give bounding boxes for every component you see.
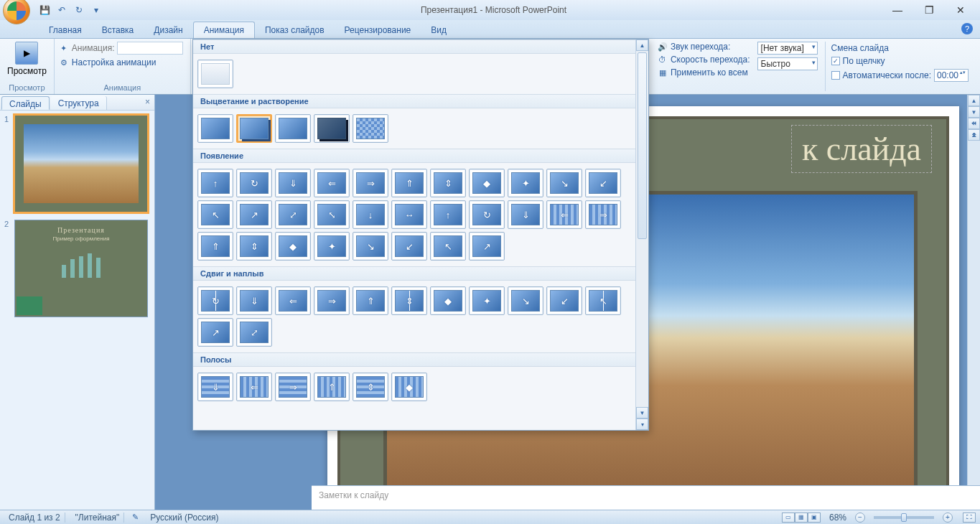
transition-item[interactable]: ⇕: [236, 232, 272, 261]
minimize-button[interactable]: —: [884, 3, 911, 17]
transition-item[interactable]: ◆: [275, 232, 311, 261]
auto-after-checkbox[interactable]: [831, 71, 840, 80]
transition-item[interactable]: ⇒: [585, 200, 621, 229]
next-slide-icon[interactable]: ⯭: [968, 129, 980, 141]
zoom-in-icon[interactable]: +: [943, 513, 953, 523]
zoom-value[interactable]: 68%: [829, 513, 846, 523]
auto-after-time[interactable]: 00:00: [934, 69, 969, 82]
scroll-up-icon[interactable]: ▲: [968, 95, 980, 106]
transition-item[interactable]: ↖: [197, 200, 233, 229]
transition-item[interactable]: ⇒: [314, 286, 350, 315]
transition-item[interactable]: ↻: [236, 169, 272, 197]
transition-item[interactable]: ↙: [585, 169, 621, 197]
transition-item[interactable]: ⤡: [314, 200, 350, 229]
slide-title-placeholder[interactable]: к слайда: [791, 125, 932, 173]
transition-item[interactable]: ✦: [314, 232, 350, 261]
tab-design[interactable]: Дизайн: [144, 22, 192, 38]
transition-item[interactable]: ⇕: [353, 373, 388, 401]
spellcheck-icon[interactable]: ✎: [130, 513, 140, 523]
prev-slide-icon[interactable]: ⯬: [968, 118, 980, 129]
transition-item[interactable]: ↘: [546, 169, 582, 197]
transition-item[interactable]: ⇓: [236, 286, 272, 315]
transition-item[interactable]: ↑: [430, 200, 466, 229]
gallery-scroll-up-icon[interactable]: ▲: [636, 39, 648, 51]
sound-dropdown[interactable]: [Нет звука]: [757, 42, 818, 55]
save-icon[interactable]: 💾: [37, 3, 52, 17]
transition-item[interactable]: ⇑: [197, 232, 233, 261]
transition-item[interactable]: ⇑: [353, 286, 388, 315]
transition-item[interactable]: [197, 114, 233, 143]
undo-icon[interactable]: ↶: [55, 3, 69, 17]
transition-item[interactable]: ↗: [236, 200, 272, 229]
view-sorter-icon[interactable]: ▦: [795, 513, 808, 523]
transition-item[interactable]: ↻: [197, 286, 233, 315]
transition-item[interactable]: [353, 114, 388, 143]
custom-animation-button[interactable]: ⚙ Настройка анимации: [59, 56, 186, 69]
transition-item[interactable]: ⇓: [275, 169, 311, 197]
thumbnail-item[interactable]: 1: [4, 115, 150, 212]
transition-item[interactable]: ↘: [508, 286, 543, 315]
transition-item[interactable]: ⇕: [430, 169, 466, 197]
fit-window-icon[interactable]: ⛶: [963, 513, 976, 523]
transition-item[interactable]: ↔: [391, 200, 427, 229]
thumbnail-2[interactable]: Презентация Пример оформления: [14, 220, 148, 317]
zoom-out-icon[interactable]: −: [855, 513, 865, 523]
redo-icon[interactable]: ↻: [72, 3, 86, 17]
preview-button[interactable]: ▶ Просмотр: [4, 40, 50, 78]
transition-item[interactable]: [314, 114, 350, 143]
transition-item[interactable]: ⇐: [275, 286, 311, 315]
transition-item[interactable]: ✦: [469, 286, 505, 315]
transition-item[interactable]: ✦: [508, 169, 543, 197]
transition-item[interactable]: ⇐: [236, 373, 272, 401]
tab-insert[interactable]: Вставка: [92, 22, 144, 38]
transition-item[interactable]: ⇒: [275, 373, 311, 401]
transition-item[interactable]: ⤢: [275, 200, 311, 229]
gallery-scroll-down-icon[interactable]: ▼: [636, 407, 648, 418]
tab-home[interactable]: Главная: [39, 22, 92, 38]
thumbnail-item[interactable]: 2 Презентация Пример оформления: [4, 220, 150, 317]
status-lang[interactable]: Русский (Россия): [146, 513, 223, 523]
gallery-scrollbar[interactable]: ▲ ▼ ▾: [635, 39, 648, 430]
zoom-slider[interactable]: [874, 516, 934, 519]
animation-select[interactable]: [117, 42, 183, 55]
scroll-down-icon[interactable]: ▼: [968, 106, 980, 118]
auto-after-row[interactable]: Автоматически после: 00:00: [831, 69, 969, 82]
tab-outline[interactable]: Структура: [51, 96, 107, 110]
speed-dropdown[interactable]: Быстро: [757, 57, 818, 70]
gallery-scroll-thumb[interactable]: [638, 52, 647, 239]
transition-item[interactable]: ⇑: [314, 373, 350, 401]
transition-item[interactable]: ◆: [430, 286, 466, 315]
transition-item[interactable]: ⇐: [314, 169, 350, 197]
tab-slides-thumbnails[interactable]: Слайды: [1, 96, 50, 110]
gallery-scroll-track[interactable]: [636, 51, 648, 407]
maximize-button[interactable]: ❐: [915, 3, 943, 17]
panel-close-icon[interactable]: ×: [141, 95, 154, 110]
notes-pane[interactable]: Заметки к слайду: [312, 485, 980, 510]
close-button[interactable]: ✕: [947, 3, 974, 17]
transition-item[interactable]: ◆: [469, 169, 505, 197]
editor-vscrollbar[interactable]: ▲ ▼ ⯬ ⯭: [967, 95, 980, 485]
transition-item[interactable]: ↑: [197, 169, 233, 197]
transition-item[interactable]: ⇐: [546, 200, 582, 229]
view-slideshow-icon[interactable]: ▣: [808, 513, 821, 523]
transition-item[interactable]: ↗: [197, 318, 233, 347]
transition-item[interactable]: [236, 114, 272, 143]
transition-item[interactable]: [197, 60, 233, 88]
transition-item[interactable]: ↘: [353, 232, 388, 261]
transition-item[interactable]: ⤢: [236, 318, 272, 347]
transition-item[interactable]: [275, 114, 311, 143]
transition-item[interactable]: ↗: [469, 232, 505, 261]
on-click-row[interactable]: ✓ По щелчку: [831, 56, 969, 66]
apply-all-button[interactable]: ▦ Применить ко всем: [658, 67, 750, 78]
transition-item[interactable]: ↓: [353, 200, 388, 229]
transition-item[interactable]: ⇒: [353, 169, 388, 197]
gallery-expand-icon[interactable]: ▾: [636, 418, 648, 430]
transition-item[interactable]: ↻: [469, 200, 505, 229]
tab-animation[interactable]: Анимация: [193, 22, 255, 38]
thumbnail-1[interactable]: [14, 115, 148, 212]
transition-item[interactable]: ⇑: [391, 169, 427, 197]
view-normal-icon[interactable]: ▭: [782, 513, 795, 523]
transition-item[interactable]: ↙: [546, 286, 582, 315]
transition-item[interactable]: ◆: [391, 373, 427, 401]
on-click-checkbox[interactable]: ✓: [831, 57, 840, 65]
